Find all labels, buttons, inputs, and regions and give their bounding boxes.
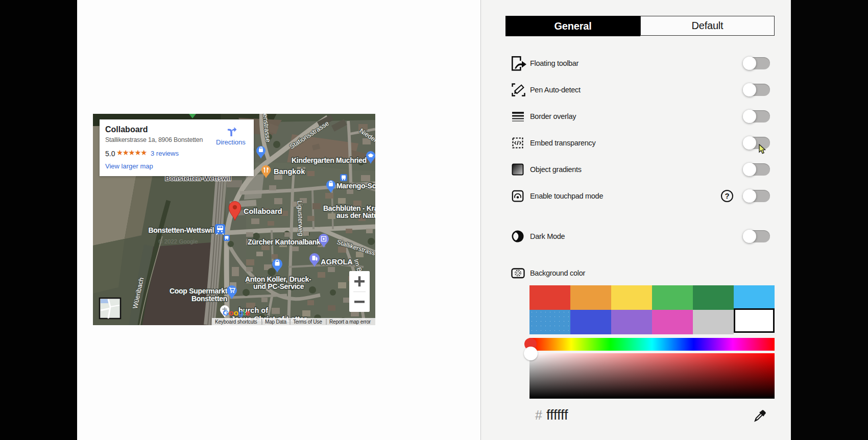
svg-text:Terms of Use: Terms of Use — [293, 319, 322, 325]
svg-text:Map Data: Map Data — [265, 319, 286, 325]
svg-text:Coop Supermarkt: Coop Supermarkt — [170, 287, 228, 295]
svg-text:Ligusterweg: Ligusterweg — [296, 201, 305, 237]
svg-text:e: e — [246, 308, 250, 317]
svg-text:o: o — [229, 308, 233, 317]
svg-text:AGROLA: AGROLA — [321, 258, 353, 266]
svg-text:Bangkok: Bangkok — [274, 167, 305, 176]
svg-text:Bonstetten: Bonstetten — [191, 295, 227, 303]
svg-text:aus der Natu: aus der Natu — [336, 211, 375, 219]
svg-text:g: g — [238, 308, 243, 317]
svg-text:© 2022 Google: © 2022 Google — [158, 238, 198, 245]
svg-text:o: o — [234, 308, 238, 317]
svg-text:Zürcher Kantonalbank: Zürcher Kantonalbank — [248, 238, 321, 246]
svg-text:G: G — [223, 308, 229, 317]
svg-text:Bonstetten-Wettswil: Bonstetten-Wettswil — [148, 226, 214, 234]
svg-text:Report a map error: Report a map error — [329, 319, 371, 325]
svg-text:Marengo-Sc: Marengo-Sc — [336, 182, 375, 190]
svg-text:Kindergarten Muchried: Kindergarten Muchried — [292, 156, 367, 164]
svg-text:Collaboard: Collaboard — [244, 207, 282, 215]
svg-text:Keyboard shortcuts: Keyboard shortcuts — [215, 319, 257, 325]
svg-text:und PC-Service: und PC-Service — [253, 282, 304, 290]
